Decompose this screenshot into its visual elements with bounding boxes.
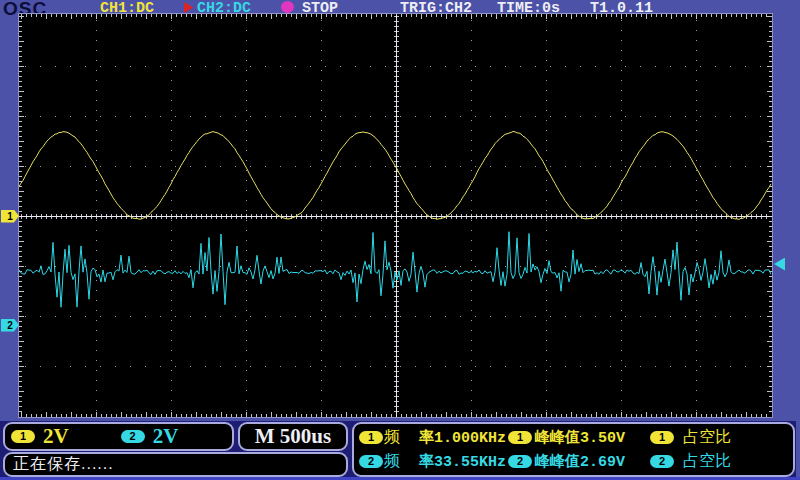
ch1-coupling-label[interactable]: CH1:DC <box>100 0 154 14</box>
trigger-source-label[interactable]: TRIG:CH2 <box>400 0 472 14</box>
ch1-position-marker[interactable]: 1 <box>1 210 19 223</box>
ch2-measurements-row: 2 频 率33.55KHz 2 峰峰值2.69V 2 占空比 <box>358 450 789 474</box>
ch2-noise-trace <box>19 232 771 308</box>
ch1-freq-label[interactable]: 频 <box>384 427 402 448</box>
status-message-panel: 正在保存...... <box>3 452 348 477</box>
ch1-pp-badge: 1 <box>508 431 532 444</box>
ch1-meas-badge: 1 <box>359 431 383 444</box>
ch2-freq-value[interactable]: 率33.55KHz <box>419 452 505 471</box>
status-message: 正在保存...... <box>13 454 114 475</box>
ch1-measurements-row: 1 频 率1.000KHz 1 峰峰值3.50V 1 占空比 <box>358 426 789 450</box>
ch1-freq-value[interactable]: 率1.000KHz <box>419 428 505 447</box>
ch1-badge: 1 <box>11 430 35 443</box>
waveform-svg <box>19 14 772 417</box>
ch1-peak-to-peak-value[interactable]: 峰峰值3.50V <box>535 428 635 447</box>
ch2-duty-badge: 2 <box>650 455 674 468</box>
ch2-freq-label[interactable]: 频 <box>384 451 402 472</box>
graticule-grid <box>19 14 772 417</box>
ch1-duty-badge: 1 <box>650 431 674 444</box>
firmware-version-label: T1.0.11 <box>590 0 653 14</box>
run-state-label[interactable]: STOP <box>302 0 338 14</box>
ch2-position-marker[interactable]: 2 <box>1 319 19 332</box>
channel-scale-panel[interactable]: 1 2V 2 2V <box>3 422 234 451</box>
ch1-duty-cycle-label[interactable]: 占空比 <box>683 427 731 448</box>
time-offset-label: TIME:0s <box>497 0 560 14</box>
ch2-peak-to-peak-value[interactable]: 峰峰值2.69V <box>535 452 635 471</box>
ch1-volts-per-div[interactable]: 2V <box>43 424 69 449</box>
waveform-display[interactable] <box>19 14 772 417</box>
run-state-icon <box>281 1 294 13</box>
ch2-pp-badge: 2 <box>508 455 532 468</box>
ch2-duty-cycle-label[interactable]: 占空比 <box>683 451 731 472</box>
ch2-badge: 2 <box>121 430 145 443</box>
app-logo: OSC <box>3 0 47 12</box>
oscilloscope-app: { "colors": { "purple-bg": "#4c52a8", "n… <box>0 0 800 480</box>
ch2-volts-per-div[interactable]: 2V <box>153 424 179 449</box>
timebase-panel[interactable]: M 500us <box>238 422 348 451</box>
ch2-meas-badge: 2 <box>359 455 383 468</box>
ch2-coupling-label[interactable]: CH2:DC <box>197 0 251 14</box>
trigger-level-marker-icon[interactable] <box>774 258 785 271</box>
measurements-panel: 1 频 率1.000KHz 1 峰峰值3.50V 1 占空比 2 频 率33.5… <box>352 422 795 477</box>
trigger-edge-icon <box>184 2 193 13</box>
timebase-value[interactable]: M 500us <box>255 424 331 449</box>
